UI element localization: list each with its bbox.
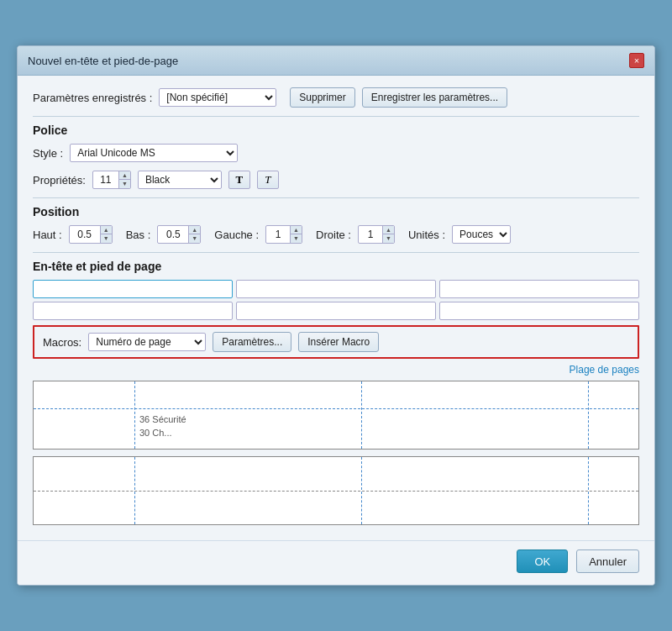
dialog-title: Nouvel en-tête et pied-de-page [28, 55, 178, 67]
gauche-up[interactable]: ▲ [290, 226, 302, 234]
footer-bar: OK Annuler [18, 540, 654, 585]
divider-2 [33, 197, 639, 198]
haut-label: Haut : [33, 229, 62, 241]
header-top-right[interactable] [439, 280, 639, 298]
bas-down[interactable]: ▼ [188, 234, 200, 243]
params-dropdown[interactable]: [Non spécifié] [159, 88, 276, 107]
gauche-spinbox[interactable]: ▲ ▼ [265, 225, 302, 244]
preview-v2 [361, 381, 362, 449]
style-label: Style : [33, 147, 63, 160]
preview-footer-box [33, 456, 639, 525]
plage-text: Plage de pages [570, 364, 639, 376]
params-label: Paramètres enregistrés : [33, 92, 152, 104]
italic-icon: T [265, 173, 270, 187]
header-inputs-top [33, 280, 639, 298]
haut-spinbox[interactable]: ▲ ▼ [69, 225, 113, 244]
bas-spinbox[interactable]: ▲ ▼ [157, 225, 201, 244]
divider-1 [33, 116, 639, 117]
inserer-macro-button[interactable]: Insérer Macro [298, 332, 379, 352]
dialog-container: Nouvel en-tête et pied-de-page × Paramèt… [17, 45, 655, 586]
droite-buttons: ▲ ▼ [382, 226, 394, 243]
droite-up[interactable]: ▲ [382, 226, 394, 234]
preview-header-box: 36 Sécurité 30 Ch... [33, 381, 639, 450]
gauche-buttons: ▲ ▼ [290, 226, 302, 243]
font-size-up[interactable]: ▲ [118, 171, 130, 180]
macros-dropdown[interactable]: Numéro de page [88, 333, 206, 351]
preview-footer-dashed-h [34, 491, 638, 492]
haut-input[interactable] [70, 226, 100, 243]
divider-3 [33, 252, 639, 253]
preview-footer-v2 [361, 457, 362, 524]
position-section-title: Position [33, 205, 639, 218]
droite-spinbox[interactable]: ▲ ▼ [358, 225, 395, 244]
bas-label: Bas : [126, 229, 151, 241]
plage-link[interactable]: Plage de pages [33, 364, 639, 376]
close-button[interactable]: × [629, 53, 644, 68]
gauche-down[interactable]: ▼ [290, 234, 302, 243]
close-icon: × [634, 55, 639, 66]
params-row: Paramètres enregistrés : [Non spécifié] … [33, 87, 639, 108]
font-size-spinbox[interactable]: ▲ ▼ [92, 171, 131, 189]
preview-footer-v1 [134, 457, 135, 524]
save-button[interactable]: Enregistrer les paramètres... [362, 87, 507, 108]
preview-v1 [134, 381, 135, 449]
header-bottom-center[interactable] [236, 302, 436, 320]
font-size-input[interactable] [93, 171, 118, 188]
header-bottom-left[interactable] [33, 302, 233, 320]
font-size-buttons: ▲ ▼ [118, 171, 130, 188]
italic-button[interactable]: T [257, 171, 279, 189]
police-section-title: Police [33, 124, 639, 137]
preview-v3 [588, 381, 589, 449]
bold-button[interactable]: T [228, 171, 250, 189]
haut-down[interactable]: ▼ [100, 234, 112, 243]
haut-up[interactable]: ▲ [100, 226, 112, 234]
hf-section-title: En-tête et pied de page [33, 260, 639, 273]
droite-input[interactable] [359, 226, 382, 243]
title-bar: Nouvel en-tête et pied-de-page × [18, 46, 654, 76]
preview-footer-v3 [588, 457, 589, 524]
delete-button[interactable]: Supprimer [290, 87, 354, 108]
bold-icon: T [236, 173, 244, 187]
preview-header-dashed-h [34, 408, 638, 409]
unites-dropdown[interactable]: Pouces [452, 225, 511, 244]
gauche-label: Gauche : [214, 229, 259, 241]
bas-input[interactable] [158, 226, 188, 243]
header-bottom-right[interactable] [439, 302, 639, 320]
style-row: Style : Arial Unicode MS [33, 144, 639, 162]
font-color-dropdown[interactable]: Black [138, 171, 222, 189]
props-row: Propriétés: ▲ ▼ Black T T [33, 171, 639, 189]
header-top-center[interactable] [236, 280, 436, 298]
gauche-input[interactable] [266, 226, 290, 243]
droite-down[interactable]: ▼ [382, 234, 394, 243]
preview-row1: 36 Sécurité [139, 413, 186, 425]
macros-label: Macros: [43, 336, 81, 349]
bas-up[interactable]: ▲ [188, 226, 200, 234]
params-button[interactable]: Paramètres... [213, 332, 291, 352]
font-size-down[interactable]: ▼ [118, 180, 130, 188]
font-style-dropdown[interactable]: Arial Unicode MS [70, 144, 238, 162]
macros-row: Macros: Numéro de page Paramètres... Ins… [33, 325, 639, 359]
position-row: Haut : ▲ ▼ Bas : ▲ ▼ Gauche : [33, 225, 639, 244]
droite-label: Droite : [316, 229, 351, 241]
props-label: Propriétés: [33, 174, 86, 187]
preview-row1-text: 36 Sécurité [139, 414, 186, 424]
header-inputs-bottom [33, 302, 639, 320]
haut-buttons: ▲ ▼ [100, 226, 112, 243]
preview-row2-text: 30 Ch... [139, 428, 172, 438]
bas-buttons: ▲ ▼ [188, 226, 200, 243]
header-top-left[interactable] [33, 280, 233, 298]
dialog-body: Paramètres enregistrés : [Non spécifié] … [18, 76, 654, 540]
preview-row2: 30 Ch... [139, 427, 172, 439]
ok-button[interactable]: OK [517, 549, 568, 573]
cancel-button[interactable]: Annuler [576, 549, 639, 573]
unites-label: Unités : [408, 229, 445, 241]
